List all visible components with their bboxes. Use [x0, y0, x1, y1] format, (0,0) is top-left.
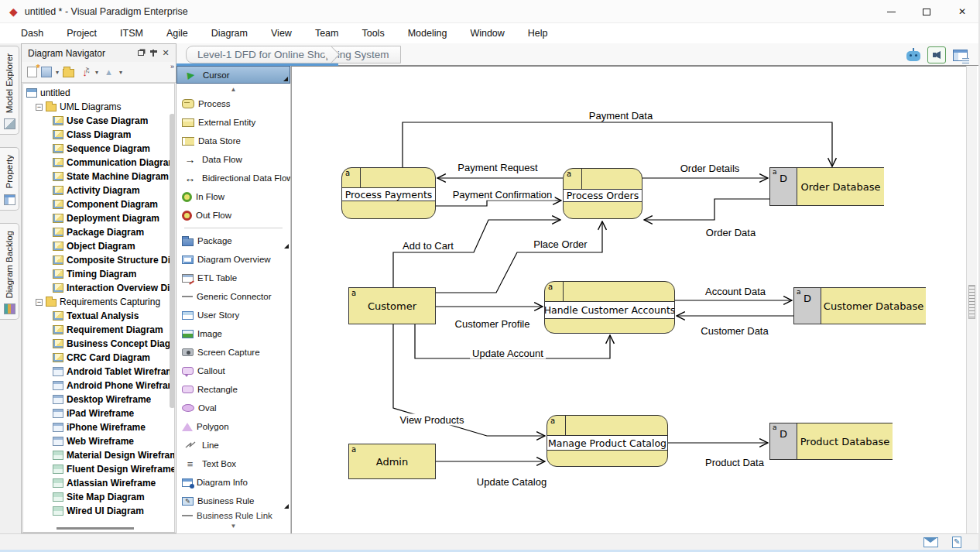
navigator-vertical-scrollbar[interactable]	[170, 114, 175, 408]
collapse-icon[interactable]: ▲	[102, 67, 115, 78]
tree-item-crc-card-diagram[interactable]: CRC Card Diagram	[23, 351, 174, 365]
panel-layout-icon[interactable]	[953, 50, 968, 61]
menu-itsm[interactable]: ITSM	[108, 28, 155, 39]
tree-item-deployment-diagram[interactable]: Deployment Diagram	[23, 211, 174, 225]
manage-product-catalog[interactable]: aManage Product Catalog	[547, 415, 668, 467]
sort-dropdown-icon[interactable]: ▾	[95, 69, 98, 76]
tool-line[interactable]: Line	[176, 436, 290, 454]
tree-item-uml-diagrams[interactable]: −UML Diagrams	[23, 100, 174, 114]
menu-view[interactable]: View	[259, 28, 303, 39]
order-data-label[interactable]: Order Data	[704, 227, 758, 238]
side-tab-diagram-backlog[interactable]: Diagram Backlog	[0, 223, 19, 321]
tool-business-rule[interactable]: ✎Business Rule	[176, 492, 290, 510]
tree-item-web-wireframe[interactable]: Web Wireframe	[23, 434, 174, 448]
expander-icon[interactable]: −	[36, 299, 43, 306]
customer[interactable]: aCustomer	[348, 287, 436, 324]
menu-diagram[interactable]: Diagram	[200, 28, 259, 39]
tree-item-site-map-diagram[interactable]: Site Map Diagram	[23, 490, 174, 504]
breadcrumb[interactable]: Level-1 DFD for Online Shopping System	[186, 46, 401, 63]
mail-icon[interactable]	[923, 537, 938, 547]
order-details-label[interactable]: Order Details	[678, 163, 742, 174]
menu-dash[interactable]: Dash	[9, 28, 55, 39]
side-tab-property[interactable]: Property	[0, 147, 19, 210]
tree-item-component-diagram[interactable]: Component Diagram	[23, 197, 174, 211]
tree-item-requirements-capturing[interactable]: −Requirements Capturing	[23, 295, 174, 309]
update-account-label[interactable]: Update Account	[470, 348, 546, 359]
tool-rectangle[interactable]: Rectangle	[176, 380, 290, 399]
palette-scroll-down-icon[interactable]: ▼	[176, 520, 290, 531]
scrollbar-thumb[interactable]	[968, 285, 975, 319]
process-orders[interactable]: aProcess Orders	[563, 168, 642, 219]
customer-database[interactable]: aDCustomer Database	[793, 287, 926, 324]
toolbar-overflow-icon[interactable]: »	[170, 63, 174, 70]
tree-item-interaction-overview-diagram[interactable]: Interaction Overview Diagram	[23, 281, 174, 295]
collapse-dropdown-icon[interactable]: ▾	[119, 69, 122, 76]
tool-callout[interactable]: Callout	[176, 362, 290, 380]
tool-generic-connector[interactable]: Generic Connector	[176, 287, 290, 306]
tool-business-rule-link[interactable]: Business Rule Link	[176, 510, 290, 520]
tool-polygon[interactable]: Polygon	[176, 417, 290, 436]
process-payments[interactable]: aProcess Payments	[341, 167, 436, 219]
menu-team[interactable]: Team	[303, 28, 351, 39]
update-catalog-label[interactable]: Update Catalog	[475, 476, 549, 488]
diagram-group-icon[interactable]	[41, 67, 52, 77]
payment-request-label[interactable]: Payment Request	[455, 162, 540, 173]
product-data-label[interactable]: Product Data	[703, 457, 766, 468]
tree-item-timing-diagram[interactable]: Timing Diagram	[23, 267, 174, 281]
product-database[interactable]: aDProduct Database	[769, 423, 893, 460]
tree-item-state-machine-diagram[interactable]: State Machine Diagram	[23, 170, 174, 183]
tree-item-business-concept-diagram[interactable]: Business Concept Diagram	[23, 337, 174, 351]
tree-item-ipad-wireframe[interactable]: iPad Wireframe	[23, 406, 174, 420]
tool-process[interactable]: Process	[176, 94, 290, 113]
tree-item-package-diagram[interactable]: Package Diagram	[23, 225, 174, 239]
add-to-cart-label[interactable]: Add to Cart	[400, 240, 456, 252]
tree-item-class-diagram[interactable]: Class Diagram	[23, 128, 174, 142]
place-order-label[interactable]: Place Order	[531, 238, 589, 250]
menu-tools[interactable]: Tools	[350, 28, 396, 39]
tool-in-flow[interactable]: In Flow	[176, 187, 290, 206]
payment-data-label[interactable]: Payment Data	[587, 110, 655, 122]
tool-image[interactable]: Image	[176, 324, 290, 343]
diagram-group-dropdown-icon[interactable]: ▾	[56, 69, 59, 76]
menu-help[interactable]: Help	[516, 28, 560, 39]
close-panel-button[interactable]: ✕	[159, 48, 172, 59]
minimize-button[interactable]	[873, 0, 909, 23]
admin[interactable]: aAdmin	[348, 444, 436, 479]
tree-item-android-phone-wireframe[interactable]: Android Phone Wireframe	[23, 379, 174, 393]
tool-data-flow[interactable]: →Data Flow	[176, 150, 290, 169]
tree-item-requirement-diagram[interactable]: Requirement Diagram	[23, 323, 174, 337]
customer-profile-label[interactable]: Customer Profile	[453, 318, 533, 330]
tool-cursor[interactable]: ▶Cursor	[176, 66, 290, 84]
pin-panel-button[interactable]	[147, 48, 159, 59]
account-data-label[interactable]: Account Data	[703, 286, 768, 297]
tree-item-untitled[interactable]: untitled	[23, 86, 174, 100]
edit-note-icon[interactable]	[952, 537, 961, 548]
tree-item-wired-ui-diagram[interactable]: Wired UI Diagram	[23, 504, 174, 518]
tool-text-box[interactable]: ≡Text Box	[176, 454, 290, 473]
view-products-label[interactable]: View Products	[398, 414, 467, 426]
tree-item-textual-analysis[interactable]: Textual Analysis	[23, 309, 174, 323]
tool-etl-table[interactable]: ETL Table	[176, 269, 290, 287]
payment-confirmation-flow[interactable]	[436, 201, 561, 206]
tool-user-story[interactable]: User Story	[176, 306, 290, 324]
expander-icon[interactable]: −	[36, 104, 43, 111]
tool-external-entity[interactable]: External Entity	[176, 113, 290, 132]
tool-diagram-info[interactable]: Diagram Info	[176, 473, 290, 492]
tree-item-composite-structure-diagram[interactable]: Composite Structure Diagram	[23, 253, 174, 267]
tree-item-use-case-diagram[interactable]: Use Case Diagram	[23, 114, 174, 128]
tree-item-object-diagram[interactable]: Object Diagram	[23, 239, 174, 253]
tree-item-fluent-design-wireframe[interactable]: Fluent Design Wireframe	[23, 462, 174, 476]
float-panel-button[interactable]	[135, 48, 147, 59]
tree-item-activity-diagram[interactable]: Activity Diagram	[23, 183, 174, 197]
tool-package[interactable]: Package	[176, 231, 290, 250]
tree-item-desktop-wireframe[interactable]: Desktop Wireframe	[23, 393, 174, 406]
robot-assistant-icon[interactable]	[906, 51, 920, 61]
tool-data-store[interactable]: Data Store	[176, 132, 290, 150]
menu-agile[interactable]: Agile	[155, 28, 200, 39]
diagram-canvas[interactable]: aProcess PaymentsaProcess OrdersaDOrder …	[291, 66, 966, 533]
menu-project[interactable]: Project	[55, 28, 108, 39]
payment-confirmation-label[interactable]: Payment Confirmation	[451, 189, 555, 201]
order-database[interactable]: aDOrder Database	[769, 167, 884, 206]
tree-item-android-tablet-wireframe[interactable]: Android Tablet Wireframe	[23, 365, 174, 379]
tool-out-flow[interactable]: Out Flow	[176, 206, 290, 225]
